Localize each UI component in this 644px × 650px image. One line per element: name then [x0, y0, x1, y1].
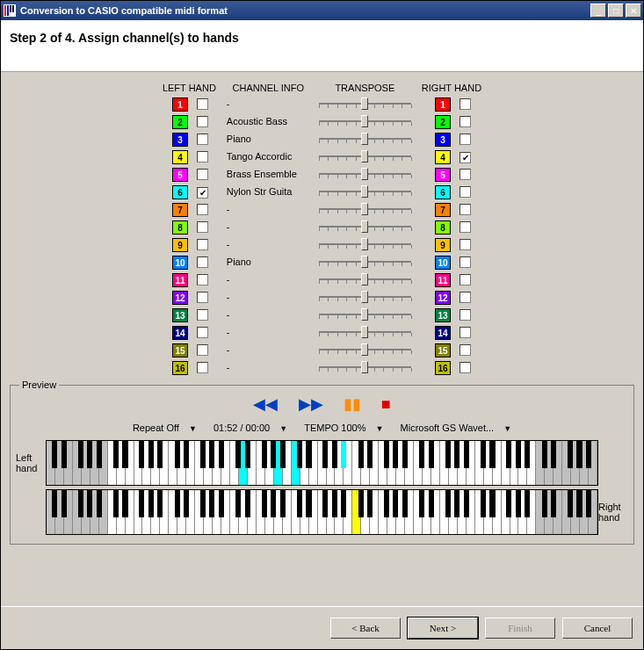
right-channel-badge: 10	[435, 256, 451, 270]
svg-rect-4	[12, 5, 14, 12]
left-channel-badge: 1	[172, 98, 188, 112]
maximize-button[interactable]: □	[608, 4, 624, 18]
transpose-slider[interactable]	[319, 343, 411, 356]
right-hand-checkbox[interactable]	[459, 186, 471, 198]
next-button[interactable]: Next >	[408, 618, 478, 639]
left-hand-checkbox[interactable]	[197, 344, 208, 356]
transpose-slider[interactable]	[319, 308, 411, 321]
right-hand-checkbox[interactable]	[459, 344, 471, 356]
right-channel-badge: 14	[435, 326, 451, 340]
forward-button[interactable]: ▶▶	[299, 394, 323, 414]
right-hand-checkbox[interactable]	[459, 327, 471, 338]
right-hand-checkbox[interactable]	[459, 362, 471, 373]
right-channel-badge: 13	[435, 308, 451, 322]
left-hand-checkbox[interactable]	[197, 204, 208, 215]
transpose-slider[interactable]	[319, 238, 411, 250]
transpose-slider[interactable]	[319, 256, 411, 268]
right-hand-checkbox[interactable]	[459, 274, 471, 285]
left-hand-checkbox[interactable]	[197, 327, 208, 338]
cancel-button[interactable]: Cancel	[562, 618, 633, 639]
left-hand-checkbox[interactable]	[197, 151, 208, 162]
right-hand-checkbox[interactable]	[459, 292, 471, 303]
left-hand-checkbox[interactable]	[197, 309, 208, 321]
right-channel-badge: 1	[435, 98, 451, 112]
minimize-button[interactable]: _	[590, 4, 606, 18]
left-hand-checkbox[interactable]	[197, 116, 208, 127]
repeat-dropdown[interactable]: Repeat Off ▼	[129, 422, 200, 433]
left-channel-badge: 11	[172, 273, 188, 287]
left-hand-checkbox[interactable]	[197, 169, 208, 180]
left-hand-checkbox[interactable]	[197, 98, 208, 110]
channel-info-text: Nylon Str Guita	[227, 186, 310, 197]
header-left-hand: LEFT HAND	[157, 81, 221, 95]
svg-rect-1	[4, 5, 6, 16]
left-hand-checkbox[interactable]	[197, 362, 208, 373]
channel-info-text: -	[227, 309, 310, 320]
left-channel-badge: 5	[172, 168, 188, 182]
channel-info-text: Acoustic Bass	[227, 116, 310, 126]
left-channel-badge: 3	[172, 133, 188, 147]
right-hand-checkbox[interactable]	[459, 134, 471, 145]
tempo-dropdown[interactable]: TEMPO 100% ▼	[300, 422, 387, 433]
transpose-slider[interactable]	[319, 361, 411, 373]
right-hand-checkbox[interactable]	[459, 309, 471, 321]
channel-row: 3Piano3	[157, 132, 487, 148]
device-dropdown[interactable]: Microsoft GS Wavet... ▼	[397, 422, 516, 433]
left-hand-checkbox[interactable]	[197, 274, 208, 285]
channel-info-text: -	[227, 239, 310, 249]
left-hand-checkbox[interactable]	[197, 239, 208, 250]
left-channel-badge: 7	[172, 203, 188, 217]
transpose-slider[interactable]	[319, 133, 411, 145]
close-button[interactable]: ✕	[626, 4, 641, 18]
left-channel-badge: 10	[172, 256, 188, 270]
right-hand-checkbox[interactable]	[459, 239, 471, 250]
stop-button[interactable]: ■	[381, 395, 391, 414]
channel-row: 6✔Nylon Str Guita6	[157, 184, 487, 200]
transpose-slider[interactable]	[319, 203, 411, 215]
step-header: Step 2 of 4. Assign channel(s) to hands	[1, 20, 643, 72]
right-hand-checkbox[interactable]	[459, 256, 471, 268]
channel-row: 12-12	[157, 290, 487, 306]
right-channel-badge: 12	[435, 291, 451, 305]
left-channel-badge: 4	[172, 150, 188, 164]
left-hand-checkbox[interactable]: ✔	[197, 187, 208, 199]
channel-row: 2Acoustic Bass2	[157, 114, 487, 130]
finish-button[interactable]: Finish	[485, 618, 555, 639]
transpose-slider[interactable]	[319, 150, 411, 162]
left-hand-checkbox[interactable]	[197, 292, 208, 303]
transpose-slider[interactable]	[319, 98, 411, 110]
wizard-footer: < Back Next > Finish Cancel	[1, 606, 643, 649]
channel-row: 8-8	[157, 220, 487, 235]
transport-controls: ◀◀ ▶▶ ▮▮ ■	[16, 394, 628, 414]
left-hand-label: Left hand	[16, 452, 46, 473]
channel-info-text: -	[227, 327, 310, 337]
transpose-slider[interactable]	[319, 168, 411, 180]
transpose-slider[interactable]	[319, 273, 411, 285]
back-button[interactable]: < Back	[330, 618, 401, 639]
right-hand-checkbox[interactable]: ✔	[459, 152, 471, 163]
channel-row: 4Tango Accordic4✔	[157, 149, 487, 165]
channel-info-text: Tango Accordic	[227, 151, 310, 162]
right-hand-checkbox[interactable]	[459, 204, 471, 215]
transpose-slider[interactable]	[319, 220, 411, 233]
transpose-slider[interactable]	[319, 115, 411, 127]
left-hand-checkbox[interactable]	[197, 256, 208, 268]
right-channel-badge: 9	[435, 238, 451, 252]
time-dropdown[interactable]: 01:52 / 00:00 ▼	[210, 422, 291, 433]
pause-button[interactable]: ▮▮	[344, 394, 361, 414]
left-channel-badge: 8	[172, 220, 188, 235]
right-channel-badge: 7	[435, 203, 451, 217]
right-hand-checkbox[interactable]	[459, 116, 471, 127]
rewind-button[interactable]: ◀◀	[253, 394, 278, 414]
left-hand-checkbox[interactable]	[197, 134, 208, 145]
channel-info-text: -	[227, 292, 310, 302]
right-channel-badge: 2	[435, 115, 451, 129]
right-hand-checkbox[interactable]	[459, 98, 471, 110]
right-hand-checkbox[interactable]	[459, 221, 471, 233]
transpose-slider[interactable]	[319, 185, 411, 198]
left-hand-checkbox[interactable]	[197, 221, 208, 233]
right-hand-checkbox[interactable]	[459, 169, 471, 180]
transpose-slider[interactable]	[319, 291, 411, 303]
channel-row: 13-13	[157, 307, 487, 323]
transpose-slider[interactable]	[319, 326, 411, 338]
